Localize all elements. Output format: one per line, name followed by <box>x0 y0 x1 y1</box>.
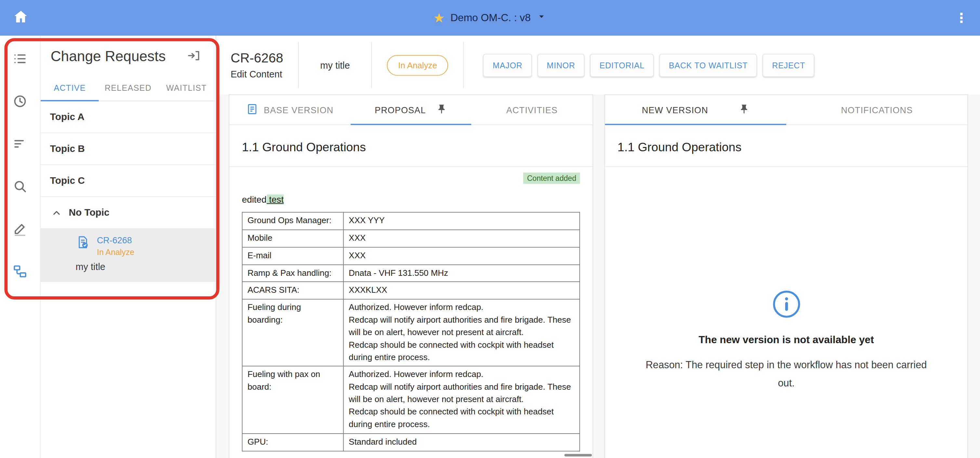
change-type-chip: Content added <box>523 173 580 184</box>
divider <box>605 166 968 167</box>
tab-label: BASE VERSION <box>264 105 333 115</box>
topic-list: Topic A Topic B Topic C No Topic <box>41 101 216 282</box>
active-tab-underline <box>41 100 99 102</box>
page-title: my title <box>314 60 356 70</box>
pin-icon[interactable] <box>739 104 749 116</box>
section-heading: 1.1 Ground Operations <box>617 125 955 166</box>
reject-button[interactable]: REJECT <box>763 53 815 77</box>
pin-icon[interactable] <box>436 104 447 116</box>
change-request-doc-icon <box>76 235 90 252</box>
table-row: MobileXXX <box>242 230 580 247</box>
table-row: ACARS SITA:XXXKLXX <box>242 282 580 300</box>
chevron-up-icon <box>50 207 62 218</box>
hierarchy-icon[interactable] <box>12 263 28 279</box>
new-version-tabbar: NEW VERSION NOTIFICATIONS <box>605 95 968 125</box>
tab-base-version[interactable]: BASE VERSION <box>229 95 350 124</box>
empty-state-title: The new version is not available yet <box>617 334 955 346</box>
horizontal-scrollbar-thumb[interactable] <box>565 454 592 457</box>
home-icon <box>13 9 28 27</box>
change-request-title: my title <box>76 261 216 272</box>
topic-item-b[interactable]: Topic B <box>41 133 216 165</box>
expand-panel-icon[interactable] <box>187 48 200 65</box>
change-request-status: In Analyze <box>97 247 134 257</box>
edit-icon[interactable] <box>12 221 28 237</box>
page-mode-label: Edit Content <box>231 69 283 79</box>
section-heading: 1.1 Ground Operations <box>242 125 580 166</box>
topic-item-c[interactable]: Topic C <box>41 165 216 197</box>
app-window: ★ Demo OM-C. : v8 ⋮ <box>0 0 980 458</box>
document-switcher[interactable]: ★ Demo OM-C. : v8 <box>433 0 547 36</box>
history-icon[interactable] <box>12 93 28 109</box>
tab-notifications[interactable]: NOTIFICATIONS <box>786 95 967 124</box>
home-button[interactable] <box>10 7 31 28</box>
document-title: Demo OM-C. : v8 <box>450 12 531 24</box>
filter-icon[interactable] <box>12 136 28 152</box>
tab-label: ACTIVITIES <box>506 105 558 115</box>
sidebar-tabs: ACTIVE RELEASED WAITLIST <box>41 75 216 102</box>
table-row: Ramp & Pax handling:Dnata - VHF 131.550 … <box>242 265 580 282</box>
tab-waitlist[interactable]: WAITLIST <box>158 75 216 101</box>
page-cr-id: CR-6268 <box>231 51 283 66</box>
tab-activities[interactable]: ACTIVITIES <box>471 95 592 124</box>
proposal-panel: BASE VERSION PROPOSAL ACTIVITIES <box>229 94 593 458</box>
back-to-waitlist-button[interactable]: BACK TO WAITLIST <box>659 53 757 77</box>
active-tab-underline <box>605 124 786 125</box>
change-request-item-selected[interactable]: CR-6268 In Analyze my title <box>41 229 216 282</box>
plain-text: edited <box>242 195 267 204</box>
major-button[interactable]: MAJOR <box>484 53 532 77</box>
topic-label: Topic A <box>50 111 84 123</box>
change-requests-panel: Change Requests ACTIVE RELEASED WAITLIST… <box>41 36 216 458</box>
chevron-down-icon <box>536 11 547 24</box>
search-icon[interactable] <box>12 178 28 195</box>
content-area: CR-6268 Edit Content my title In Analyze… <box>216 36 980 458</box>
overflow-menu-button[interactable]: ⋮ <box>952 10 970 26</box>
content-header: CR-6268 Edit Content my title In Analyze… <box>216 36 980 95</box>
divider <box>229 166 592 167</box>
sidebar-title: Change Requests <box>51 48 166 65</box>
tab-released[interactable]: RELEASED <box>99 75 157 101</box>
active-tab-underline <box>350 124 471 125</box>
topic-label: No Topic <box>68 207 109 218</box>
tab-label: NOTIFICATIONS <box>841 105 913 115</box>
proposal-tabbar: BASE VERSION PROPOSAL ACTIVITIES <box>229 95 592 125</box>
inserted-text: test <box>267 195 284 204</box>
divider <box>371 42 372 88</box>
divider <box>463 42 464 88</box>
list-icon[interactable] <box>12 51 28 67</box>
empty-state-reason: Reason: The required step in the workflo… <box>639 356 933 393</box>
new-version-panel: NEW VERSION NOTIFICATIONS 1.1 Ground Ope… <box>605 94 968 458</box>
topbar: ★ Demo OM-C. : v8 ⋮ <box>0 0 980 36</box>
ground-ops-table: Ground Ops Manager:XXX YYY MobileXXX E-m… <box>242 212 580 451</box>
document-icon <box>247 103 258 116</box>
table-row: GPU:Standard included <box>242 433 580 451</box>
tab-new-version[interactable]: NEW VERSION <box>605 95 786 124</box>
table-row: Ground Ops Manager:XXX YYY <box>242 212 580 230</box>
tab-active[interactable]: ACTIVE <box>41 75 99 101</box>
panels-row: BASE VERSION PROPOSAL ACTIVITIES <box>216 94 980 458</box>
icon-rail <box>0 36 41 458</box>
workflow-actions: MAJOR MINOR EDITORIAL BACK TO WAITLIST R… <box>484 53 815 77</box>
minor-button[interactable]: MINOR <box>538 53 585 77</box>
topic-item-no-topic[interactable]: No Topic <box>41 197 216 229</box>
empty-state: The new version is not available yet Rea… <box>617 289 955 392</box>
table-row: E-mailXXX <box>242 247 580 265</box>
editorial-button[interactable]: EDITORIAL <box>590 53 654 77</box>
status-badge: In Analyze <box>387 55 449 75</box>
edited-text-line[interactable]: edited test <box>242 195 580 204</box>
topic-label: Topic C <box>50 175 85 187</box>
topic-label: Topic B <box>50 143 85 155</box>
tab-label: PROPOSAL <box>375 105 426 115</box>
tab-proposal[interactable]: PROPOSAL <box>350 95 471 124</box>
favorite-star-icon: ★ <box>433 11 445 24</box>
change-request-id: CR-6268 <box>97 235 134 245</box>
divider <box>298 42 299 88</box>
info-icon <box>617 289 955 321</box>
table-row: Fueling during boarding:Authorized. Howe… <box>242 299 580 366</box>
topic-item-a[interactable]: Topic A <box>41 101 216 133</box>
table-row: Fueling with pax on board:Authorized. Ho… <box>242 366 580 433</box>
tab-label: NEW VERSION <box>642 105 708 115</box>
